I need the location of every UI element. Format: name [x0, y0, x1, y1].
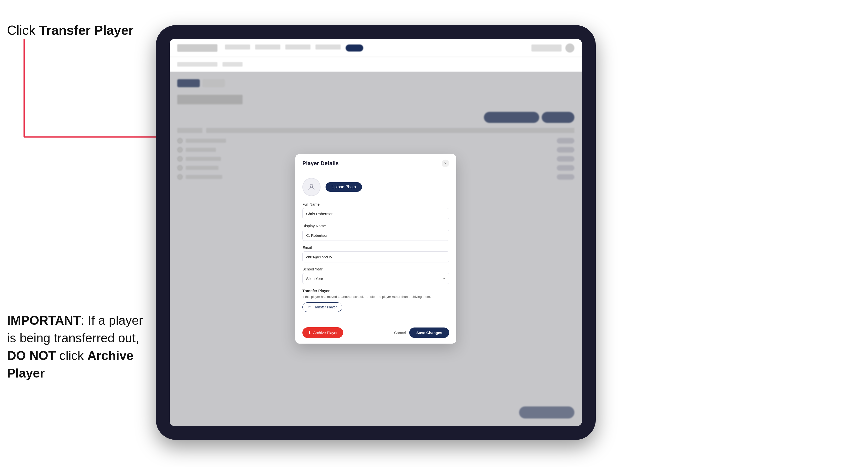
- nav-link-1: [225, 44, 250, 50]
- nav-link-3: [285, 44, 310, 50]
- nav-right: [531, 43, 575, 53]
- nav-link-2: [255, 44, 280, 50]
- school-year-select[interactable]: First Year Second Year Third Year Fourth…: [302, 273, 449, 284]
- archive-icon: ⬇: [308, 330, 311, 335]
- transfer-section-description: If this player has moved to another scho…: [302, 294, 449, 299]
- modal-overlay: Player Details ×: [170, 72, 582, 426]
- app-background: Player Details ×: [170, 39, 582, 426]
- sub-header-item-1: [177, 62, 217, 67]
- full-name-group: Full Name: [302, 202, 449, 219]
- nav-link-active: [346, 44, 363, 52]
- school-year-label: School Year: [302, 267, 449, 271]
- save-changes-button[interactable]: Save Changes: [409, 328, 449, 338]
- transfer-icon: ⟳: [308, 305, 311, 309]
- instruction-top: Click Transfer Player: [7, 23, 133, 38]
- modal-header: Player Details ×: [296, 154, 456, 172]
- full-name-label: Full Name: [302, 202, 449, 206]
- display-name-group: Display Name: [302, 224, 449, 241]
- modal-close-button[interactable]: ×: [442, 160, 449, 167]
- transfer-player-button[interactable]: ⟳ Transfer Player: [302, 302, 342, 312]
- modal-footer: ⬇ Archive Player Cancel Save Changes: [296, 323, 456, 344]
- school-year-group: School Year First Year Second Year Third…: [302, 267, 449, 284]
- player-details-modal: Player Details ×: [296, 154, 456, 344]
- transfer-btn-label: Transfer Player: [313, 305, 337, 309]
- display-name-label: Display Name: [302, 224, 449, 228]
- email-group: Email: [302, 245, 449, 262]
- nav-links: [225, 44, 524, 52]
- photo-upload-row: Upload Photo: [302, 178, 449, 196]
- archive-player-button[interactable]: ⬇ Archive Player: [302, 327, 343, 338]
- full-name-input[interactable]: [302, 208, 449, 219]
- sub-header-item-2: [222, 62, 243, 67]
- top-nav: [170, 39, 582, 57]
- email-input[interactable]: [302, 251, 449, 262]
- svg-point-3: [310, 185, 313, 187]
- content-area: Player Details ×: [170, 72, 582, 426]
- archive-btn-label: Archive Player: [313, 331, 338, 335]
- sub-header: [170, 57, 582, 72]
- transfer-player-section: Transfer Player If this player has moved…: [302, 288, 449, 312]
- tablet-screen: Player Details ×: [170, 39, 582, 426]
- nav-avatar: [565, 43, 575, 53]
- tablet: Player Details ×: [156, 25, 596, 440]
- modal-body: Upload Photo Full Name Display Name: [296, 172, 456, 323]
- player-avatar: [302, 178, 320, 196]
- display-name-input[interactable]: [302, 230, 449, 241]
- cancel-button[interactable]: Cancel: [394, 331, 406, 335]
- instruction-bottom: IMPORTANT: If a player is being transfer…: [7, 312, 148, 382]
- nav-logo: [177, 44, 217, 52]
- nav-action-btn: [531, 44, 562, 52]
- nav-link-4: [315, 44, 341, 50]
- modal-title: Player Details: [302, 160, 339, 167]
- transfer-section-title: Transfer Player: [302, 288, 449, 293]
- email-label: Email: [302, 245, 449, 250]
- upload-photo-button[interactable]: Upload Photo: [326, 182, 362, 192]
